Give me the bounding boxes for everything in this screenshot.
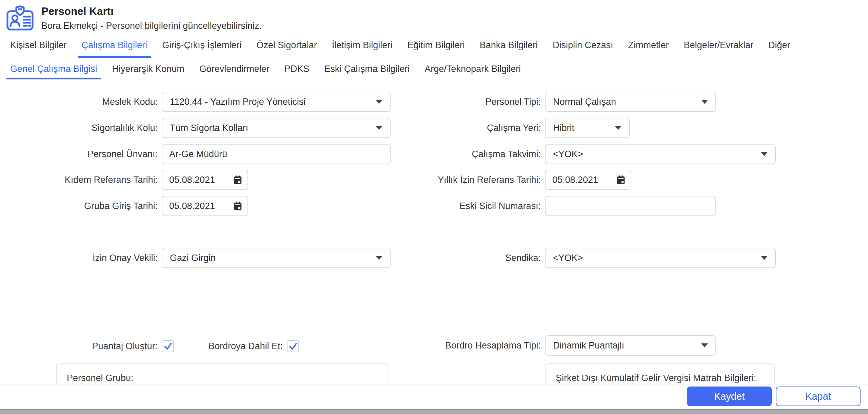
sigortalilik-kolu-value: Tüm Sigorta Kolları — [170, 123, 248, 133]
kidem-referans-tarihi-value: 05.08.2021 — [169, 175, 215, 185]
calendar-icon — [616, 174, 626, 185]
field-row-eski-sicil-numarasi: Eski Sicil Numarası: — [434, 196, 716, 216]
field-row-gruba-giris-tarihi: Gruba Giriş Tarihi: 05.08.2021 — [7, 196, 248, 216]
field-row-personel-unvani: Personel Ünvanı: — [7, 144, 391, 164]
izin-onay-vekili-select[interactable]: Gazi Girgin — [162, 248, 391, 268]
gruba-giris-tarihi-date-input[interactable]: 05.08.2021 — [162, 196, 248, 216]
yillik-izin-referans-tarihi-value: 05.08.2021 — [552, 175, 598, 185]
calisma-takvimi-select[interactable]: <YOK> — [545, 144, 776, 164]
field-row-checkboxes: Puantaj Oluştur: Bordroya Dahil Et: — [7, 337, 299, 356]
meslek-kodu-select[interactable]: 1120.44 - Yazılım Proje Yöneticisi — [162, 92, 391, 112]
id-card-icon — [6, 4, 34, 34]
field-row-yillik-izin-referans-tarihi: Yıllık İzin Referans Tarihi: 05.08.2021 — [434, 170, 631, 190]
bordroya-dahil-et-checkbox[interactable] — [287, 340, 299, 352]
primary-tab-bar: Kişisel Bilgiler Çalışma Bilgileri Giriş… — [10, 39, 790, 58]
page-header-text: Personel Kartı Bora Ekmekçi - Personel b… — [41, 4, 262, 31]
bordro-hesaplama-tipi-label: Bordro Hesaplama Tipi: — [434, 340, 541, 351]
personel-unvani-label: Personel Ünvanı: — [7, 149, 158, 159]
personel-unvani-input[interactable] — [162, 144, 391, 164]
personel-tipi-label: Personel Tipi: — [434, 97, 541, 107]
tab-diger[interactable]: Diğer — [768, 39, 790, 58]
tab-iletisim-bilgileri[interactable]: İletişim Bilgileri — [332, 39, 393, 58]
field-row-kidem-referans-tarihi: Kıdem Referans Tarihi: 05.08.2021 — [7, 170, 248, 190]
chevron-down-icon — [701, 100, 708, 104]
check-icon — [163, 342, 173, 351]
calisma-takvimi-value: <YOK> — [553, 149, 583, 159]
tab-kisisel-bilgiler[interactable]: Kişisel Bilgiler — [10, 39, 67, 58]
subtab-eski-calisma-bilgileri[interactable]: Eski Çalışma Bilgileri — [324, 63, 410, 79]
sendika-value: <YOK> — [553, 253, 583, 263]
bordro-hesaplama-tipi-select[interactable]: Dinamik Puantajlı — [545, 335, 716, 356]
page-subtitle: Bora Ekmekçi - Personel bilgilerini günc… — [41, 21, 262, 31]
chevron-down-icon — [615, 126, 622, 130]
field-row-bordro-hesaplama-tipi: Bordro Hesaplama Tipi: Dinamik Puantajlı — [434, 335, 716, 356]
personel-tipi-value: Normal Çalışan — [553, 97, 616, 107]
eski-sicil-numarasi-input[interactable] — [545, 196, 716, 216]
chevron-down-icon — [376, 256, 382, 260]
chevron-down-icon — [761, 152, 768, 156]
tab-giris-cikis-islemleri[interactable]: Giriş-Çıkış İşlemleri — [162, 39, 241, 58]
tab-zimmetler[interactable]: Zimmetler — [628, 39, 669, 58]
field-row-sigortalilik-kolu: Sigortalılık Kolu: Tüm Sigorta Kolları — [7, 118, 391, 138]
calendar-icon — [233, 201, 243, 211]
check-icon — [289, 342, 298, 351]
sendika-label: Sendika: — [434, 253, 541, 263]
subtab-gorevlendirmeler[interactable]: Görevlendirmeler — [199, 63, 270, 79]
close-button[interactable]: Kapat — [776, 387, 861, 406]
meslek-kodu-value: 1120.44 - Yazılım Proje Yöneticisi — [170, 97, 305, 107]
field-row-izin-onay-vekili: İzin Onay Vekili: Gazi Girgin — [7, 248, 391, 268]
sigortalilik-kolu-select[interactable]: Tüm Sigorta Kolları — [162, 118, 391, 138]
chevron-down-icon — [701, 343, 708, 347]
horizontal-scrollbar[interactable] — [0, 409, 868, 414]
tab-disiplin-cezasi[interactable]: Disiplin Cezası — [553, 39, 613, 58]
calisma-yeri-label: Çalışma Yeri: — [434, 123, 541, 133]
calisma-takvimi-label: Çalışma Takvimi: — [434, 149, 541, 159]
calisma-yeri-value: Hibrit — [553, 123, 574, 133]
field-row-personel-tipi: Personel Tipi: Normal Çalışan — [434, 92, 716, 112]
chevron-down-icon — [376, 126, 382, 130]
chevron-down-icon — [761, 256, 768, 260]
subtab-genel-calisma-bilgisi[interactable]: Genel Çalışma Bilgisi — [10, 63, 97, 79]
bordroya-dahil-et-label: Bordroya Dahil Et: — [209, 341, 283, 352]
save-button[interactable]: Kaydet — [687, 387, 772, 406]
kidem-referans-tarihi-label: Kıdem Referans Tarihi: — [7, 175, 158, 185]
field-row-calisma-takvimi: Çalışma Takvimi: <YOK> — [434, 144, 776, 164]
tab-calisma-bilgileri[interactable]: Çalışma Bilgileri — [82, 39, 147, 58]
sigortalilik-kolu-label: Sigortalılık Kolu: — [7, 123, 158, 133]
bordro-hesaplama-tipi-value: Dinamik Puantajlı — [553, 340, 624, 351]
page-header: Personel Kartı Bora Ekmekçi - Personel b… — [6, 4, 262, 34]
izin-onay-vekili-value: Gazi Girgin — [170, 253, 216, 263]
field-row-meslek-kodu: Meslek Kodu: 1120.44 - Yazılım Proje Yön… — [7, 92, 391, 112]
kidem-referans-tarihi-date-input[interactable]: 05.08.2021 — [162, 170, 248, 190]
personel-tipi-select[interactable]: Normal Çalışan — [545, 92, 716, 112]
page-title: Personel Kartı — [41, 5, 262, 18]
subtab-arge-teknopark-bilgileri[interactable]: Arge/Teknopark Bilgileri — [425, 63, 521, 79]
personel-grubu-panel-title: Personel Grubu: — [67, 373, 389, 383]
puantaj-olustur-label: Puantaj Oluştur: — [7, 341, 158, 352]
field-row-sendika: Sendika: <YOK> — [434, 248, 776, 268]
sirket-disi-matrah-panel-title: Şirket Dışı Kümülatif Gelir Vergisi Matr… — [556, 373, 774, 383]
tab-belgeler-evraklar[interactable]: Belgeler/Evraklar — [684, 39, 753, 58]
secondary-tab-bar: Genel Çalışma Bilgisi Hiyerarşik Konum G… — [10, 63, 521, 79]
calisma-yeri-select[interactable]: Hibrit — [545, 118, 630, 138]
tab-egitim-bilgileri[interactable]: Eğitim Bilgileri — [407, 39, 465, 58]
meslek-kodu-label: Meslek Kodu: — [7, 97, 158, 107]
gruba-giris-tarihi-value: 05.08.2021 — [169, 201, 215, 211]
tab-ozel-sigortalar[interactable]: Özel Sigortalar — [256, 39, 317, 58]
yillik-izin-referans-tarihi-label: Yıllık İzin Referans Tarihi: — [434, 175, 541, 185]
subtab-hiyerarsik-konum[interactable]: Hiyerarşik Konum — [112, 63, 184, 79]
footer-action-bar: Kaydet Kapat — [0, 384, 868, 409]
sendika-select[interactable]: <YOK> — [545, 248, 776, 268]
yillik-izin-referans-tarihi-date-input[interactable]: 05.08.2021 — [545, 170, 631, 190]
puantaj-olustur-checkbox[interactable] — [162, 340, 174, 352]
gruba-giris-tarihi-label: Gruba Giriş Tarihi: — [7, 201, 158, 211]
subtab-pdks[interactable]: PDKS — [284, 63, 310, 79]
tab-banka-bilgileri[interactable]: Banka Bilgileri — [480, 39, 538, 58]
field-row-calisma-yeri: Çalışma Yeri: Hibrit — [434, 118, 630, 138]
personel-karti-page: Personel Kartı Bora Ekmekçi - Personel b… — [0, 0, 868, 414]
eski-sicil-numarasi-label: Eski Sicil Numarası: — [434, 201, 541, 211]
calendar-icon — [233, 174, 243, 185]
chevron-down-icon — [376, 100, 382, 104]
izin-onay-vekili-label: İzin Onay Vekili: — [7, 253, 158, 263]
